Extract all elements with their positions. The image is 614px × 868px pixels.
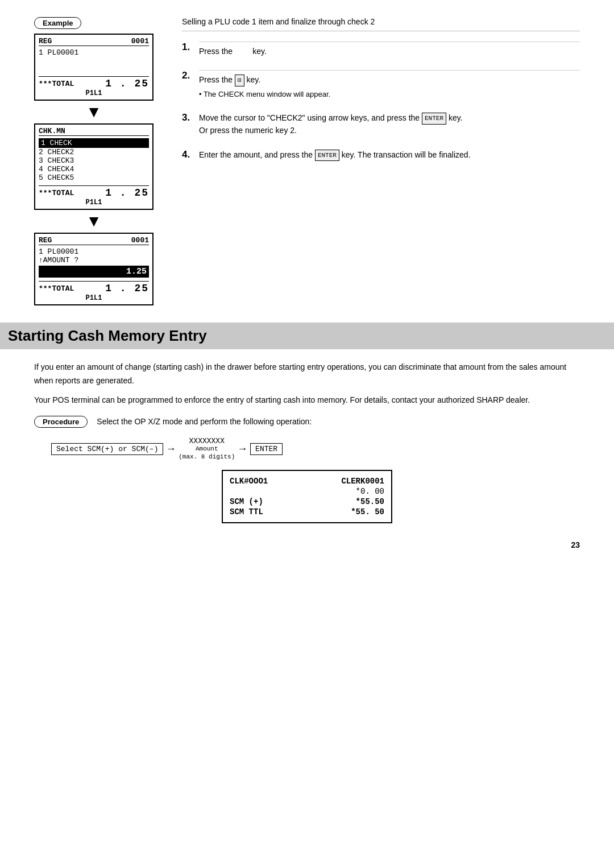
top-section: Example REG 0001 1 PL00001 ***TOTAL 1 . … xyxy=(34,17,580,305)
display-2: CHK.MN 1 CHECK 2 CHECK2 3 CHECK3 4 CHECK… xyxy=(34,123,154,210)
display2-item5: 5 CHECK5 xyxy=(39,173,149,182)
step-3-note: Or press the numeric key 2. xyxy=(199,125,580,137)
display2-item1: 1 CHECK xyxy=(39,138,149,148)
instructions-column: Selling a PLU code 1 item and finalize t… xyxy=(182,17,580,173)
display3-amount-value: 1.25 xyxy=(39,266,149,278)
receipt-row3-left: SCM TTL xyxy=(230,507,263,516)
display2-item2: 2 CHECK2 xyxy=(39,148,149,156)
step-3-num: 3. xyxy=(182,112,194,123)
step-3-key: ENTER xyxy=(422,113,446,125)
receipt-row2-left: SCM (+) xyxy=(230,497,263,506)
section-header: Starting Cash Memory Entry xyxy=(0,323,614,349)
section-title: Starting Cash Memory Entry xyxy=(8,327,606,345)
step-4-content: Enter the amount, and press the ENTER ke… xyxy=(199,149,580,162)
receipt-display: CLK#OOO1 CLERK0001 *0. 00 SCM (+) *55.50… xyxy=(222,470,392,523)
example-badge: Example xyxy=(34,17,81,29)
display1-reg-num: 0001 xyxy=(131,37,149,46)
display3-total-label: ***TOTAL xyxy=(39,284,74,293)
receipt-row2-right: *55.50 xyxy=(356,497,384,506)
step-4-text: Enter the amount, and press the ENTER ke… xyxy=(199,150,471,159)
step-2-note: • The CHECK menu window will appear. xyxy=(199,89,580,100)
display2-item3: 3 CHECK3 xyxy=(39,156,149,165)
receipt-col2: CLERK0001 xyxy=(341,477,384,486)
step-1-text: Press the key. xyxy=(199,47,267,56)
display-column: Example REG 0001 1 PL00001 ***TOTAL 1 . … xyxy=(34,17,165,305)
step-3-content: Move the cursor to "CHECK2" using arrow … xyxy=(199,112,580,137)
flow-xxx-block: XXXXXXXX Amount(max. 8 digits) xyxy=(179,437,235,460)
description-2: Your POS terminal can be programmed to e… xyxy=(34,394,580,407)
step-3-text: Move the cursor to "CHECK2" using arrow … xyxy=(199,113,463,122)
arrow-down-1: ▼ xyxy=(34,104,154,120)
step-2-text: Press the ⊡ key. xyxy=(199,75,260,84)
receipt-col1: CLK#OOO1 xyxy=(230,477,268,486)
display1-p1l1: P1L1 xyxy=(39,89,149,97)
procedure-instruction: Select the OP X/Z mode and perform the f… xyxy=(97,416,312,428)
flow-arrow-1: → xyxy=(168,443,174,454)
description-1: If you enter an amount of change (starti… xyxy=(34,361,580,388)
display2-header: CHK.MN xyxy=(39,127,65,135)
flow-diagram: Select SCM(+) or SCM(–) → XXXXXXXX Amoun… xyxy=(51,437,580,460)
display2-total-label: ***TOTAL xyxy=(39,189,74,197)
flow-xxx-text: XXXXXXXX xyxy=(189,437,225,445)
step-4-num: 4. xyxy=(182,149,194,160)
step-2-key: ⊡ xyxy=(235,75,244,86)
display2-item4: 4 CHECK4 xyxy=(39,165,149,173)
receipt-row1-right: *0. 00 xyxy=(356,487,384,496)
receipt-row3-right: *55. 50 xyxy=(351,507,384,516)
page-number: 23 xyxy=(34,540,580,549)
display1-line1: 1 PL00001 xyxy=(39,48,149,57)
display2-p1l1: P1L1 xyxy=(39,199,149,206)
step-1-num: 1. xyxy=(182,42,194,53)
display3-line1: 1 PL00001 xyxy=(39,247,149,256)
step-1: 1. Press the key. xyxy=(182,42,580,57)
step-1-content: Press the key. xyxy=(199,42,580,57)
display-3: REG 0001 1 PL00001 ↑AMOUNT ? 1.25 ***TOT… xyxy=(34,233,154,305)
intro-text: Selling a PLU code 1 item and finalize t… xyxy=(182,17,580,31)
flow-arrow-2: → xyxy=(239,443,246,454)
flow-amount-label: Amount(max. 8 digits) xyxy=(179,445,235,460)
step-4-key: ENTER xyxy=(315,150,339,162)
step-4: 4. Enter the amount, and press the ENTER… xyxy=(182,149,580,162)
step-3: 3. Move the cursor to "CHECK2" using arr… xyxy=(182,112,580,137)
display1-total-amount: 1 . 25 xyxy=(105,78,149,89)
display3-reg-num: 0001 xyxy=(131,236,149,245)
display3-total-amount: 1 . 25 xyxy=(105,283,149,294)
step-2: 2. Press the ⊡ key. • The CHECK menu win… xyxy=(182,70,580,100)
display2-total-amount: 1 . 25 xyxy=(105,187,149,199)
flow-enter-box: ENTER xyxy=(250,443,283,455)
procedure-row: Procedure Select the OP X/Z mode and per… xyxy=(34,416,580,428)
display3-p1l1: P1L1 xyxy=(39,294,149,302)
arrow-down-2: ▼ xyxy=(34,213,154,229)
display1-total-label: ***TOTAL xyxy=(39,80,74,88)
display3-reg-label: REG xyxy=(39,236,52,245)
display-1: REG 0001 1 PL00001 ***TOTAL 1 . 25 P1L1 xyxy=(34,34,154,101)
display1-reg-label: REG xyxy=(39,37,52,46)
flow-start-box: Select SCM(+) or SCM(–) xyxy=(51,443,163,455)
display3-amount-prompt: ↑AMOUNT ? xyxy=(39,256,149,264)
procedure-badge: Procedure xyxy=(34,416,88,428)
step-2-num: 2. xyxy=(182,70,194,81)
step-2-content: Press the ⊡ key. • The CHECK menu window… xyxy=(199,70,580,100)
